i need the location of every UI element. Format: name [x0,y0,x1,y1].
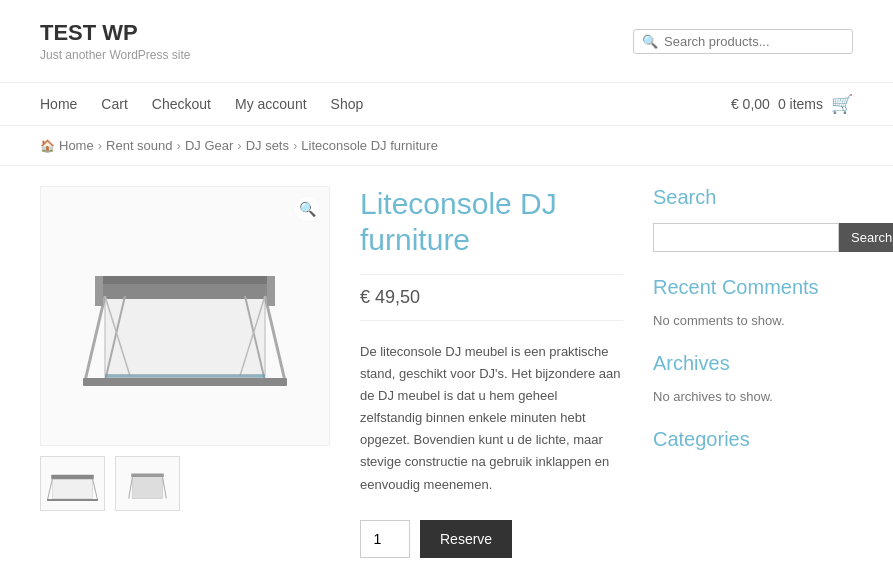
site-branding: TEST WP Just another WordPress site [40,20,191,62]
svg-rect-13 [53,479,93,499]
svg-rect-17 [47,499,98,501]
product-title: Liteconsole DJ furniture [360,186,623,258]
header-search-input[interactable] [664,34,844,49]
sidebar-search-title: Search [653,186,853,209]
nav-shop[interactable]: Shop [331,96,364,112]
cart-items: 0 items [778,96,823,112]
breadcrumb-sep-2: › [177,138,181,153]
sidebar-search-section: Search Search [653,186,853,252]
cart-price: € 0,00 [731,96,770,112]
sidebar-search-button[interactable]: Search [839,223,893,252]
site-tagline: Just another WordPress site [40,48,191,62]
breadcrumb-sep-1: › [98,138,102,153]
zoom-icon[interactable]: 🔍 [295,197,319,221]
sidebar-categories: Categories [653,428,853,451]
breadcrumb-home[interactable]: Home [59,138,94,153]
search-icon: 🔍 [642,34,658,49]
product-area: 🔍 [40,186,623,574]
breadcrumb: 🏠 Home › Rent sound › DJ Gear › DJ sets … [0,126,893,166]
archives-title: Archives [653,352,853,375]
product-title-colored: Liteconsole DJ [360,187,557,220]
product-images: 🔍 [40,186,330,574]
thumbnail-1[interactable] [40,456,105,511]
main-content: 🔍 [0,166,893,574]
header-search-box[interactable]: 🔍 [633,29,853,54]
breadcrumb-dj-sets[interactable]: DJ sets [246,138,289,153]
sidebar-recent-comments: Recent Comments No comments to show. [653,276,853,328]
svg-rect-18 [133,476,163,499]
archives-text: No archives to show. [653,389,853,404]
svg-rect-12 [105,374,265,378]
breadcrumb-sep-3: › [237,138,241,153]
site-title: TEST WP [40,20,191,46]
product-price: € 49,50 [360,274,623,321]
home-icon: 🏠 [40,139,55,153]
product-title-rest: furniture [360,223,470,256]
sidebar-search-input[interactable] [653,223,839,252]
product-main-image: 🔍 [40,186,330,446]
svg-rect-19 [131,474,164,478]
product-description: De liteconsole DJ meubel is een praktisc… [360,341,623,496]
nav-links: Home Cart Checkout My account Shop [40,96,363,112]
nav-cart[interactable]: Cart [101,96,127,112]
nav-checkout[interactable]: Checkout [152,96,211,112]
svg-rect-10 [95,276,103,306]
svg-line-21 [163,476,167,499]
svg-line-16 [93,479,98,500]
svg-rect-9 [95,276,275,284]
breadcrumb-sep-4: › [293,138,297,153]
svg-rect-0 [105,296,265,376]
cart-summary[interactable]: € 0,00 0 items 🛒 [731,93,853,115]
breadcrumb-current: Liteconsole DJ furniture [301,138,438,153]
sidebar-search-form: Search [653,223,853,252]
product-image-svg [75,226,295,406]
breadcrumb-dj-gear[interactable]: DJ Gear [185,138,233,153]
main-nav: Home Cart Checkout My account Shop € 0,0… [0,83,893,126]
cart-icon: 🛒 [831,93,853,115]
recent-comments-text: No comments to show. [653,313,853,328]
thumbnail-2[interactable] [115,456,180,511]
quantity-input[interactable] [360,520,410,558]
product-thumbnails [40,456,330,511]
site-header: TEST WP Just another WordPress site 🔍 [0,0,893,83]
svg-line-2 [85,296,105,381]
nav-home[interactable]: Home [40,96,77,112]
product-details: Liteconsole DJ furniture € 49,50 De lite… [350,186,623,574]
svg-line-20 [129,476,133,499]
add-to-cart: Reserve [360,520,623,558]
svg-rect-14 [51,475,94,480]
sidebar-archives: Archives No archives to show. [653,352,853,404]
reserve-button[interactable]: Reserve [420,520,512,558]
sidebar: Search Search Recent Comments No comment… [653,186,853,574]
breadcrumb-rent-sound[interactable]: Rent sound [106,138,173,153]
svg-line-4 [265,296,285,381]
svg-rect-6 [83,378,287,386]
nav-my-account[interactable]: My account [235,96,307,112]
categories-title: Categories [653,428,853,451]
svg-line-15 [48,479,53,500]
svg-rect-11 [267,276,275,306]
recent-comments-title: Recent Comments [653,276,853,299]
